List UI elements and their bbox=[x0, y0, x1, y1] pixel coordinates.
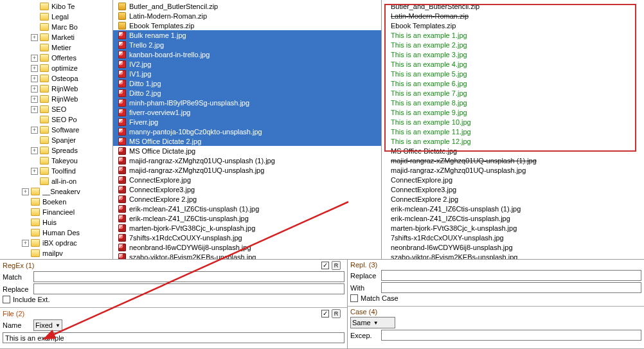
image-icon bbox=[118, 51, 126, 58]
regex-enable-checkbox[interactable]: ✓ bbox=[321, 262, 329, 269]
preview-row: This is an example 4.jpg bbox=[382, 59, 644, 69]
file-name-label: majid-rangraz-xZMghzq01UQ-unsplash.jpg bbox=[129, 166, 264, 174]
tree-expand-icon[interactable]: + bbox=[31, 127, 38, 134]
name-label: Name bbox=[3, 321, 30, 329]
file-row[interactable]: Bulk rename 1.jpg bbox=[113, 30, 381, 40]
file-row[interactable]: neonbrand-I6wCDYW6ij8-unsplash.jpg bbox=[113, 242, 381, 252]
file-name-label: ConnectExplore.jpg bbox=[129, 176, 191, 184]
tree-expand-icon[interactable]: + bbox=[31, 147, 38, 154]
tree-item[interactable]: +Toolfind bbox=[0, 166, 112, 176]
fixed-name-input[interactable] bbox=[3, 332, 344, 343]
file-row[interactable]: IV1.jpg bbox=[113, 69, 381, 78]
tree-item[interactable]: Marc Bo bbox=[0, 22, 112, 32]
case-mode-select[interactable]: Same▼ bbox=[350, 317, 395, 328]
file-row[interactable]: Butler_and_ButlerStencil.zip bbox=[113, 1, 381, 11]
file-row[interactable]: Fiverr.jpg bbox=[113, 117, 381, 127]
folder-icon bbox=[40, 75, 49, 82]
file-row[interactable]: marten-bjork-FVtG38Cjc_k-unsplash.jpg bbox=[113, 223, 381, 233]
tree-item[interactable]: Spanjer bbox=[0, 135, 112, 145]
tree-expand-icon[interactable]: + bbox=[31, 65, 38, 72]
tree-expand-icon[interactable]: + bbox=[31, 85, 38, 93]
tree-item[interactable]: Kibo Te bbox=[0, 1, 112, 12]
image-icon bbox=[118, 224, 126, 232]
tree-item[interactable]: +RijnWeb bbox=[0, 84, 112, 94]
tree-item[interactable]: +__Sneakerv bbox=[0, 186, 112, 197]
file-row[interactable]: Ebook Templates.zip bbox=[113, 21, 381, 30]
file-row[interactable]: Latin-Modern-Roman.zip bbox=[113, 11, 381, 21]
image-icon bbox=[118, 176, 126, 184]
file-row[interactable]: IV2.jpg bbox=[113, 59, 381, 69]
tree-item[interactable]: +SEO bbox=[0, 104, 112, 114]
tree-item[interactable]: +Software bbox=[0, 125, 112, 135]
file-row[interactable]: ConnectExplore3.jpg bbox=[113, 184, 381, 194]
tree-item[interactable]: all-in-on bbox=[0, 176, 112, 186]
folder-icon bbox=[31, 229, 40, 237]
tree-item[interactable]: SEO Po bbox=[0, 114, 112, 125]
tree-item[interactable]: Human Des bbox=[0, 228, 112, 238]
file-row[interactable]: ConnectExplore.jpg bbox=[113, 175, 381, 184]
file-row[interactable]: majid-rangraz-xZMghzq01UQ-unsplash.jpg bbox=[113, 165, 381, 175]
name-mode-select[interactable]: Fixed▼ bbox=[33, 319, 62, 331]
preview-list: Butler_and_ButlerStencil.zipLatin-Modern… bbox=[382, 0, 644, 259]
file-row[interactable]: 7shifts-x1RdcCxOUXY-unsplash.jpg bbox=[113, 233, 381, 242]
preview-row: This is an example 7.jpg bbox=[382, 88, 644, 98]
folder-tree[interactable]: Kibo TeLegalMarc Bo+MarketiMetier+Offert… bbox=[0, 0, 113, 259]
image-icon bbox=[118, 186, 126, 193]
regex-reset-button[interactable]: R bbox=[332, 261, 341, 270]
tree-item[interactable]: Financieel bbox=[0, 207, 112, 217]
tree-item[interactable]: +iBX opdrac bbox=[0, 238, 112, 248]
tree-item[interactable]: +Osteopa bbox=[0, 73, 112, 84]
tree-item[interactable]: Metier bbox=[0, 42, 112, 53]
tree-expand-icon[interactable]: + bbox=[22, 188, 29, 195]
file-row[interactable]: majid-rangraz-xZMghzq01UQ-unsplash (1).j… bbox=[113, 156, 381, 165]
tree-expand-icon[interactable]: + bbox=[22, 240, 29, 247]
file-row[interactable]: ConnectExplore 2.jpg bbox=[113, 194, 381, 204]
replace-input[interactable] bbox=[33, 283, 344, 294]
tree-item[interactable]: +Ro bbox=[0, 258, 112, 259]
file-row[interactable]: erik-mclean-Z41_IZ6Ctis-unsplash.jpg bbox=[113, 213, 381, 223]
tree-item[interactable]: +Spreads bbox=[0, 145, 112, 156]
image-icon bbox=[118, 138, 126, 145]
tree-item[interactable]: +optimize bbox=[0, 63, 112, 73]
tree-item[interactable]: +Offertes bbox=[0, 53, 112, 63]
tree-expand-icon[interactable]: + bbox=[31, 168, 38, 175]
file-name-label: Ebook Templates.zip bbox=[129, 22, 194, 30]
tree-expand-icon[interactable]: + bbox=[31, 96, 38, 103]
file-row[interactable]: minh-pham-lB9ylP8e9Sg-unsplash.jpg bbox=[113, 98, 381, 107]
file-enable-checkbox[interactable]: ✓ bbox=[321, 310, 329, 318]
file-row[interactable]: MS Office Dictate.jpg bbox=[113, 146, 381, 156]
file-row[interactable]: fiverr-overview1.jpg bbox=[113, 107, 381, 117]
tree-item[interactable]: mailpv bbox=[0, 248, 112, 258]
file-row[interactable]: Trello 2.jpg bbox=[113, 40, 381, 49]
tree-item[interactable]: +RijnWeb bbox=[0, 94, 112, 104]
match-input[interactable] bbox=[33, 271, 344, 282]
excep-input[interactable] bbox=[381, 330, 641, 341]
tree-item[interactable]: Legal bbox=[0, 12, 112, 22]
tree-expand-icon[interactable]: + bbox=[31, 106, 38, 113]
file-row[interactable]: szabo-viktor-8Fvjsm2KEBs-unsplash.jpg bbox=[113, 252, 381, 259]
folder-icon bbox=[31, 239, 40, 247]
folder-icon bbox=[40, 95, 49, 103]
tree-expand-icon[interactable]: + bbox=[31, 34, 38, 41]
file-list[interactable]: Butler_and_ButlerStencil.zipLatin-Modern… bbox=[113, 0, 382, 259]
tree-item[interactable]: Huis bbox=[0, 217, 112, 228]
include-ext-checkbox[interactable]: Include Ext. bbox=[3, 296, 49, 303]
tree-item[interactable]: +Marketi bbox=[0, 32, 112, 42]
preview-row: ConnectExplore.jpg bbox=[382, 175, 644, 184]
tree-item[interactable]: Takeyou bbox=[0, 156, 112, 166]
file-row[interactable]: MS Office Dictate 2.jpg bbox=[113, 136, 381, 146]
repl-replace-input[interactable] bbox=[381, 270, 641, 281]
file-row[interactable]: Ditto 1.jpg bbox=[113, 78, 381, 88]
repl-with-input[interactable] bbox=[381, 282, 641, 293]
file-row[interactable]: kanban-board-in-trello.jpg bbox=[113, 49, 381, 59]
file-reset-button[interactable]: R bbox=[332, 309, 341, 318]
tree-expand-icon[interactable]: + bbox=[31, 55, 38, 62]
folder-icon bbox=[40, 136, 49, 144]
tree-item[interactable]: Boeken bbox=[0, 197, 112, 207]
match-case-checkbox[interactable]: Match Case bbox=[350, 294, 398, 302]
tree-item-label: Metier bbox=[51, 44, 71, 51]
tree-expand-icon[interactable]: + bbox=[31, 75, 38, 82]
file-row[interactable]: erik-mclean-Z41_IZ6Ctis-unsplash (1).jpg bbox=[113, 204, 381, 213]
file-row[interactable]: manny-pantoja-10bgCz0qkto-unsplash.jpg bbox=[113, 127, 381, 136]
file-row[interactable]: Ditto 2.jpg bbox=[113, 88, 381, 98]
